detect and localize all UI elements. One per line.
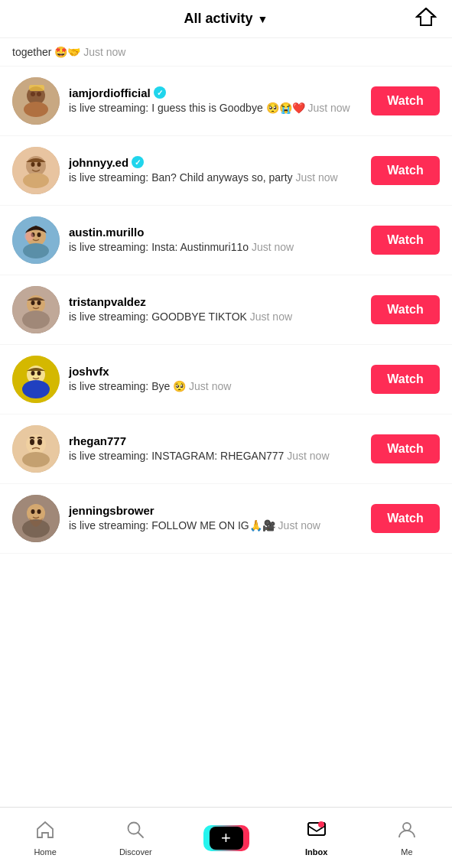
- timestamp: Just now: [252, 241, 294, 253]
- nav-item-create[interactable]: +: [180, 825, 271, 851]
- svg-point-34: [22, 452, 50, 467]
- watch-button[interactable]: Watch: [371, 434, 440, 463]
- avatar: [12, 286, 60, 333]
- avatar: [12, 216, 60, 264]
- partial-timestamp: Just now: [83, 46, 125, 58]
- watch-button[interactable]: Watch: [371, 365, 440, 394]
- username-row: johnnyy.ed: [69, 156, 362, 169]
- avatar: [12, 77, 60, 125]
- verified-icon: [154, 86, 166, 99]
- svg-point-22: [31, 301, 35, 305]
- svg-line-1: [426, 8, 435, 17]
- svg-line-2: [417, 8, 426, 17]
- avatar: [12, 425, 60, 473]
- item-content: austin.murillo is live streaming: Insta:…: [69, 226, 362, 255]
- avatar: [12, 495, 60, 542]
- activity-text: is live streaming: I guess this is Goodb…: [69, 101, 362, 116]
- partial-activity-text: together 🤩🤝: [12, 46, 83, 58]
- timestamp: Just now: [307, 102, 350, 114]
- svg-point-17: [37, 232, 41, 237]
- list-item: rhegan777 is live streaming: INSTAGRAM: …: [0, 414, 452, 484]
- plus-icon: +: [221, 830, 231, 847]
- me-label: Me: [401, 847, 412, 857]
- create-plus-button[interactable]: +: [208, 825, 245, 851]
- svg-rect-8: [29, 85, 44, 91]
- watch-button[interactable]: Watch: [371, 86, 440, 115]
- item-content: tristanpvaldez is live streaming: GOODBY…: [69, 295, 362, 325]
- bottom-nav: Home Discover + Inb: [0, 807, 452, 868]
- svg-point-13: [23, 173, 49, 188]
- activity-text: is live streaming: INSTAGRAM: RHEGAN777 …: [69, 449, 362, 464]
- watch-button[interactable]: Watch: [371, 504, 440, 533]
- person-icon: [397, 820, 417, 844]
- username-label: tristanpvaldez: [69, 295, 146, 308]
- timestamp: Just now: [287, 450, 329, 462]
- verified-icon: [132, 156, 144, 168]
- item-content: iamjordiofficial is live streaming: I gu…: [69, 86, 362, 116]
- header-title[interactable]: All activity ▼: [184, 11, 268, 27]
- activity-text: is live streaming: FOLLOW ME ON IG🙏🎥 Jus…: [69, 519, 362, 534]
- username-label: johnnyy.ed: [69, 156, 128, 169]
- username-row: tristanpvaldez: [69, 295, 362, 308]
- activity-text: is live streaming: Bye 🥺 Just now: [69, 379, 362, 395]
- item-content: joshvfx is live streaming: Bye 🥺 Just no…: [69, 365, 362, 395]
- svg-point-6: [37, 92, 41, 96]
- partial-text: together 🤩🤝 Just now: [12, 46, 440, 58]
- svg-point-11: [31, 162, 35, 167]
- list-item: tristanpvaldez is live streaming: GOODBY…: [0, 275, 452, 345]
- svg-line-41: [138, 832, 144, 837]
- username-label: rhegan777: [69, 434, 126, 447]
- activity-text: is live streaming: Ban? Child anyways so…: [69, 171, 362, 186]
- svg-point-7: [24, 102, 48, 117]
- username-row: jenningsbrower: [69, 504, 362, 517]
- chevron-down-icon[interactable]: ▼: [258, 13, 268, 25]
- nav-item-home[interactable]: Home: [0, 820, 90, 857]
- timestamp: Just now: [189, 380, 231, 392]
- svg-point-29: [22, 380, 50, 398]
- activity-list: iamjordiofficial is live streaming: I gu…: [0, 67, 452, 554]
- filter-icon[interactable]: [415, 6, 437, 32]
- partial-activity-item: together 🤩🤝 Just now: [0, 38, 452, 67]
- watch-button[interactable]: Watch: [371, 226, 440, 255]
- home-icon: [35, 820, 55, 844]
- list-item: austin.murillo is live streaming: Insta:…: [0, 206, 452, 275]
- search-icon: [125, 820, 145, 844]
- username-label: jenningsbrower: [69, 504, 154, 517]
- timestamp: Just now: [295, 171, 337, 184]
- svg-point-18: [23, 243, 49, 258]
- username-row: austin.murillo: [69, 226, 362, 239]
- username-label: joshvfx: [69, 365, 109, 378]
- svg-point-33: [37, 439, 42, 445]
- username-row: iamjordiofficial: [69, 86, 362, 99]
- svg-point-24: [22, 310, 50, 329]
- watch-button[interactable]: Watch: [371, 156, 440, 185]
- all-activity-label: All activity: [184, 11, 253, 27]
- item-content: jenningsbrower is live streaming: FOLLOW…: [69, 504, 362, 534]
- item-content: rhegan777 is live streaming: INSTAGRAM: …: [69, 434, 362, 464]
- avatar: [12, 356, 60, 403]
- nav-item-discover[interactable]: Discover: [90, 820, 180, 857]
- svg-point-27: [31, 371, 35, 375]
- list-item: joshvfx is live streaming: Bye 🥺 Just no…: [0, 345, 452, 414]
- home-label: Home: [34, 847, 56, 857]
- timestamp: Just now: [278, 519, 320, 532]
- item-content: johnnyy.ed is live streaming: Ban? Child…: [69, 156, 362, 186]
- list-item: johnnyy.ed is live streaming: Ban? Child…: [0, 136, 452, 206]
- plus-inner: +: [210, 827, 243, 850]
- username-label: austin.murillo: [69, 226, 144, 239]
- list-item: iamjordiofficial is live streaming: I gu…: [0, 67, 452, 136]
- svg-point-23: [37, 301, 41, 305]
- discover-label: Discover: [119, 847, 152, 857]
- svg-point-45: [403, 823, 411, 831]
- username-label: iamjordiofficial: [69, 86, 151, 99]
- watch-button[interactable]: Watch: [371, 295, 440, 324]
- nav-item-me[interactable]: Me: [362, 820, 452, 857]
- activity-text: is live streaming: Insta: Austinmuri11o …: [69, 240, 362, 255]
- svg-point-5: [31, 92, 35, 96]
- svg-point-38: [37, 509, 41, 514]
- inbox-label: Inbox: [305, 847, 327, 857]
- svg-point-19: [24, 232, 34, 241]
- svg-rect-44: [318, 821, 324, 827]
- nav-item-inbox[interactable]: Inbox: [272, 820, 362, 857]
- svg-point-32: [30, 439, 34, 445]
